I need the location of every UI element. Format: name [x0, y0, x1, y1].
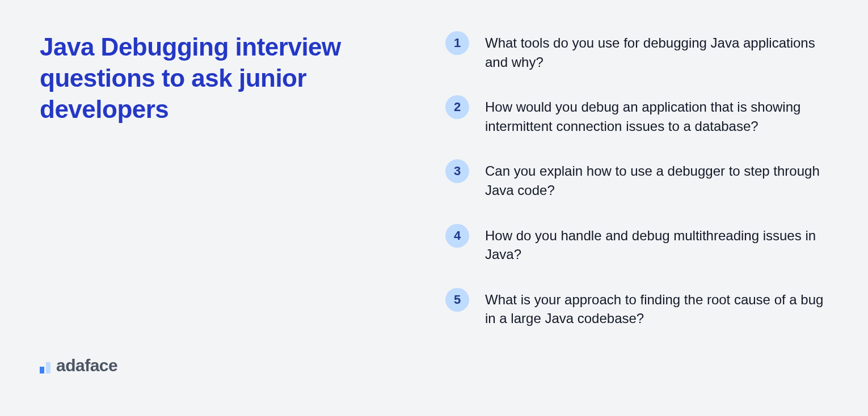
logo: adaface — [40, 356, 400, 375]
question-text: What is your approach to finding the roo… — [485, 288, 828, 328]
questions-list: 1 What tools do you use for debugging Ja… — [434, 0, 868, 416]
left-section: Java Debugging interview questions to as… — [0, 0, 434, 416]
question-text: What tools do you use for debugging Java… — [485, 31, 828, 71]
logo-bar-2 — [46, 362, 50, 373]
question-number-badge: 5 — [445, 288, 469, 312]
question-text: Can you explain how to use a debugger to… — [485, 159, 828, 199]
question-number-badge: 1 — [445, 31, 469, 55]
question-item: 2 How would you debug an application tha… — [445, 95, 828, 135]
question-item: 3 Can you explain how to use a debugger … — [445, 159, 828, 199]
page-title: Java Debugging interview questions to as… — [40, 31, 400, 125]
question-text: How would you debug an application that … — [485, 95, 828, 135]
question-text: How do you handle and debug multithreadi… — [485, 224, 828, 264]
question-item: 5 What is your approach to finding the r… — [445, 288, 828, 328]
question-number-badge: 4 — [445, 224, 469, 248]
question-item: 1 What tools do you use for debugging Ja… — [445, 31, 828, 71]
question-number-badge: 3 — [445, 159, 469, 183]
logo-bar-1 — [40, 367, 44, 373]
logo-bars-icon — [40, 358, 50, 373]
question-item: 4 How do you handle and debug multithrea… — [445, 224, 828, 264]
logo-text: adaface — [56, 356, 117, 375]
question-number-badge: 2 — [445, 95, 469, 119]
